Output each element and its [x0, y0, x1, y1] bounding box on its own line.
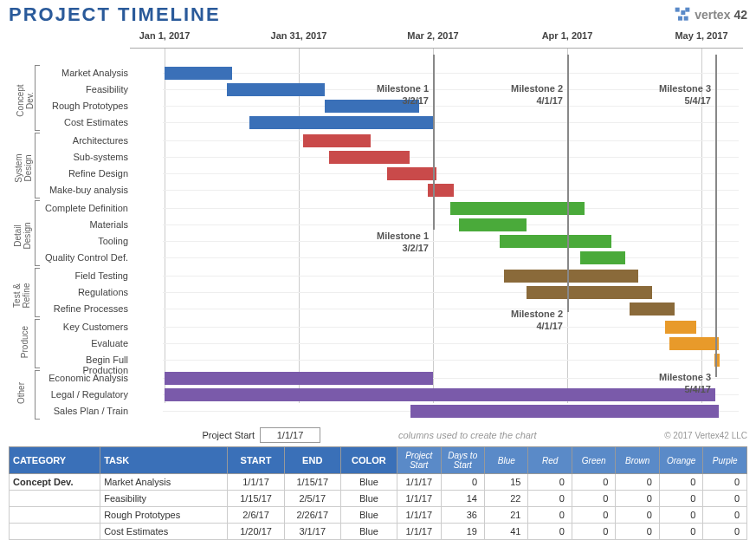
cell[interactable]: 19 [441, 524, 484, 540]
cell[interactable]: 0 [528, 524, 572, 540]
task-label: Sales Plan / Train [42, 406, 128, 416]
data-table: CATEGORYTASKSTARTENDCOLORProject StartDa… [9, 446, 747, 540]
milestone-label: Milestone 24/1/17 [507, 82, 563, 107]
gantt-bar [500, 235, 611, 248]
gantt-bar [249, 116, 433, 129]
cell[interactable]: 1/1/17 [228, 474, 284, 491]
logo-icon [674, 6, 691, 23]
cell[interactable]: 0 [528, 491, 572, 507]
cell[interactable]: Concept Dev. [10, 474, 100, 491]
cell[interactable] [10, 507, 100, 524]
phase-label: ConceptDev. [9, 91, 35, 110]
cell[interactable]: 15 [485, 474, 528, 491]
task-row: Refine Design [42, 166, 743, 182]
cell[interactable]: 0 [572, 474, 615, 491]
cell[interactable]: 0 [659, 491, 702, 507]
phase-label: Test &Refine [9, 286, 35, 305]
task-row: Sales Plan / Train [42, 403, 743, 420]
task-label: Architectures [42, 135, 128, 146]
cell[interactable]: Rough Prototypes [100, 507, 228, 524]
gantt-bar [303, 134, 371, 147]
gantt-bar [459, 218, 527, 231]
col-header: START [228, 447, 284, 474]
cell[interactable]: 1/1/17 [397, 524, 441, 540]
cell[interactable]: 2/26/17 [284, 507, 340, 524]
cell[interactable] [10, 491, 100, 507]
copyright: © 2017 Vertex42 LLC [664, 431, 747, 440]
cell[interactable]: 2/5/17 [284, 491, 340, 507]
cell[interactable]: 2/6/17 [228, 507, 284, 524]
col-header: TASK [100, 447, 228, 474]
task-label: Regulations [42, 287, 128, 297]
page-title: PROJECT TIMELINE [9, 3, 221, 26]
cell[interactable]: 0 [659, 474, 702, 491]
cell[interactable]: 36 [441, 507, 484, 524]
x-axis: Jan 1, 2017Jan 31, 2017Mar 2, 2017Apr 1,… [9, 30, 747, 48]
milestone-line [715, 55, 717, 377]
cell[interactable]: Blue [340, 474, 397, 491]
cell[interactable]: 1/1/17 [397, 474, 441, 491]
task-label: Materials [42, 219, 128, 230]
cell[interactable]: Blue [340, 524, 397, 540]
cell[interactable]: 0 [528, 507, 572, 524]
cell[interactable]: 1/15/17 [228, 491, 284, 507]
cell[interactable]: 1/1/17 [397, 507, 441, 524]
cell[interactable]: 1/20/17 [228, 524, 284, 540]
project-start-value[interactable]: 1/1/17 [260, 427, 320, 443]
gantt-bar [165, 67, 232, 80]
col-header-sub: Project Start [397, 447, 441, 474]
table-row: Cost Estimates1/20/173/1/17Blue1/1/17194… [10, 524, 747, 540]
task-label: Tooling [42, 236, 128, 246]
task-row: Make-buy analysis [42, 182, 743, 198]
cell[interactable] [10, 524, 100, 540]
col-header-sub: Days to Start [441, 447, 484, 474]
cell[interactable]: 0 [441, 474, 484, 491]
cell[interactable]: 3/1/17 [284, 524, 340, 540]
cell[interactable]: 0 [703, 524, 747, 540]
cell[interactable]: 22 [485, 491, 528, 507]
phase-bracket [35, 200, 40, 266]
cell[interactable]: 0 [659, 524, 702, 540]
cell[interactable]: Market Analysis [100, 474, 228, 491]
cell[interactable]: 41 [485, 524, 528, 540]
cell[interactable]: 14 [441, 491, 484, 507]
cell[interactable]: 21 [485, 507, 528, 524]
phase-label: Produce [9, 337, 35, 347]
cell[interactable]: 0 [616, 524, 659, 540]
phase-bracket [35, 370, 40, 420]
cell[interactable]: 0 [572, 507, 615, 524]
task-row: Regulations [42, 284, 743, 301]
cell[interactable]: Cost Estimates [100, 524, 228, 540]
cell[interactable]: 0 [703, 491, 747, 507]
task-row: Economic Analysis [42, 370, 743, 387]
cell[interactable]: 1/15/17 [284, 474, 340, 491]
task-label: Market Analysis [42, 68, 128, 78]
cell[interactable]: 0 [528, 474, 572, 491]
cell[interactable]: 1/1/17 [397, 491, 441, 507]
cell[interactable]: 0 [659, 507, 702, 524]
cell[interactable]: 0 [703, 507, 747, 524]
svg-rect-3 [678, 16, 682, 21]
cell[interactable]: Blue [340, 507, 397, 524]
task-row: Evaluate [42, 335, 743, 352]
task-row: Complete Definition [42, 200, 743, 217]
cell[interactable]: 0 [703, 474, 747, 491]
project-start-label: Project Start [9, 430, 260, 440]
task-label: Field Testing [42, 270, 128, 281]
cell[interactable]: 0 [572, 491, 615, 507]
col-header: COLOR [340, 447, 397, 474]
phase-bracket [35, 319, 40, 368]
task-row: Market Analysis [42, 65, 743, 81]
task-row: Field Testing [42, 268, 743, 284]
cell[interactable]: Feasibility [100, 491, 228, 507]
cell[interactable]: 0 [572, 524, 615, 540]
gantt-bar [665, 321, 696, 334]
cell[interactable]: 0 [616, 491, 659, 507]
cell[interactable]: 0 [616, 507, 659, 524]
cell[interactable]: 0 [616, 474, 659, 491]
gantt-bar [428, 184, 454, 197]
gantt-bar [387, 167, 436, 180]
cell[interactable]: Blue [340, 491, 397, 507]
col-header: END [284, 447, 340, 474]
col-header-sub: Brown [616, 447, 659, 474]
